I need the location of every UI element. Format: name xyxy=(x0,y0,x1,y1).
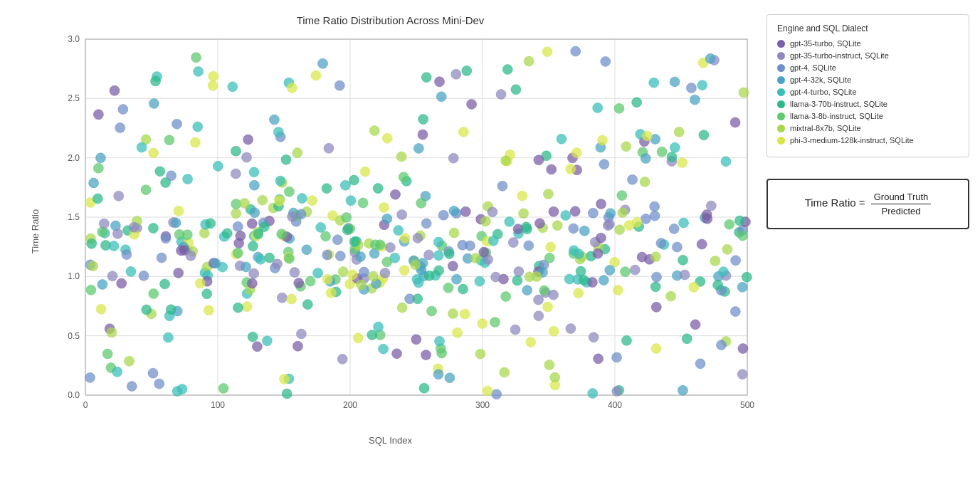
legend-label: gpt-4, SQLite xyxy=(790,63,836,72)
legend-dot xyxy=(777,64,785,72)
chart-area: Time Ratio Distribution Across Mini-Dev … xyxy=(0,0,759,487)
x-axis-label: SQL Index xyxy=(50,435,731,446)
formula-box: Time Ratio = Ground Truth Predicted xyxy=(766,179,969,229)
formula-numerator: Ground Truth xyxy=(871,192,932,204)
chart-inner: Time Ratio xyxy=(50,32,752,431)
legend-title: Engine and SQL Dialect xyxy=(777,23,959,33)
legend-label: gpt-35-turbo, SQLite xyxy=(790,39,861,48)
legend-label: llama-3-70b-instruct, SQLite xyxy=(790,100,887,108)
legend-item: gpt-35-turbo-instruct, SQLite xyxy=(777,51,959,60)
legend-item: mixtral-8x7b, SQLite xyxy=(777,124,959,132)
legend-label: gpt-4-turbo, SQLite xyxy=(790,88,857,96)
legend-label: mixtral-8x7b, SQLite xyxy=(790,124,861,132)
y-axis-label: Time Ratio xyxy=(30,209,41,253)
legend-label: llama-3-8b-instruct, SQLite xyxy=(790,112,883,120)
legend-item: gpt-4, SQLite xyxy=(777,63,959,72)
legend-dot xyxy=(777,137,785,145)
legend-dot xyxy=(777,112,785,120)
legend-item: gpt-4-turbo, SQLite xyxy=(777,88,959,96)
legend-dot xyxy=(777,100,785,108)
legend-item: gpt-4-32k, SQLite xyxy=(777,75,959,84)
legend-item: gpt-35-turbo, SQLite xyxy=(777,39,959,48)
legend-item: llama-3-70b-instruct, SQLite xyxy=(777,100,959,108)
legend-dot xyxy=(777,76,785,84)
legend-item: phi-3-medium-128k-instruct, SQLite xyxy=(777,136,959,145)
chart-title: Time Ratio Distribution Across Mini-Dev xyxy=(50,14,731,26)
formula-prefix: Time Ratio = xyxy=(805,197,865,209)
legend-dot xyxy=(777,88,785,96)
legend-dot xyxy=(777,125,785,132)
legend-dot xyxy=(777,52,785,60)
legend-label: gpt-35-turbo-instruct, SQLite xyxy=(790,51,889,60)
legend-label: gpt-4-32k, SQLite xyxy=(790,75,851,84)
formula-fraction: Ground Truth Predicted xyxy=(871,192,932,216)
legend-label: phi-3-medium-128k-instruct, SQLite xyxy=(790,136,914,145)
formula-denominator: Predicted xyxy=(879,204,924,216)
legend-box: Engine and SQL Dialect gpt-35-turbo, SQL… xyxy=(766,14,969,157)
sidebar: Engine and SQL Dialect gpt-35-turbo, SQL… xyxy=(759,0,980,487)
legend-item: llama-3-8b-instruct, SQLite xyxy=(777,112,959,120)
legend-dot xyxy=(777,40,785,48)
